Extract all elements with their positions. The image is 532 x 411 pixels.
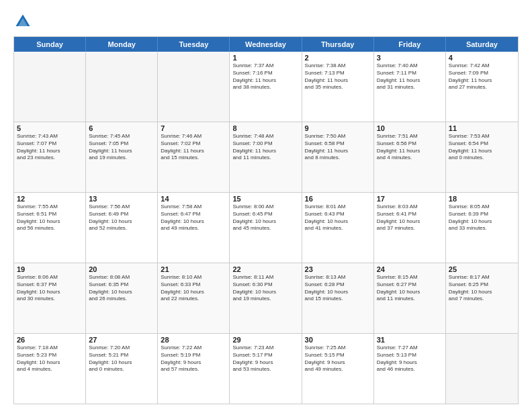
logo-icon xyxy=(13,12,32,31)
calendar-row-0: 1Sunrise: 7:37 AM Sunset: 7:16 PM Daylig… xyxy=(14,52,518,122)
calendar-cell-4-4: 30Sunrise: 7:25 AM Sunset: 5:15 PM Dayli… xyxy=(302,334,374,404)
header xyxy=(13,12,519,31)
header-cell-saturday: Saturday xyxy=(446,37,518,52)
day-info: Sunrise: 7:27 AM Sunset: 5:13 PM Dayligh… xyxy=(377,345,443,373)
calendar-cell-3-4: 23Sunrise: 8:13 AM Sunset: 6:28 PM Dayli… xyxy=(302,263,374,333)
calendar-cell-2-6: 18Sunrise: 8:05 AM Sunset: 6:39 PM Dayli… xyxy=(446,193,518,263)
day-info: Sunrise: 7:37 AM Sunset: 7:16 PM Dayligh… xyxy=(232,62,298,91)
calendar-cell-2-3: 15Sunrise: 8:00 AM Sunset: 6:45 PM Dayli… xyxy=(230,193,302,263)
calendar-cell-4-3: 29Sunrise: 7:23 AM Sunset: 5:17 PM Dayli… xyxy=(230,334,302,404)
calendar-cell-1-1: 6Sunrise: 7:45 AM Sunset: 7:05 PM Daylig… xyxy=(86,122,158,192)
header-cell-monday: Monday xyxy=(86,37,158,52)
calendar-cell-2-4: 16Sunrise: 8:01 AM Sunset: 6:43 PM Dayli… xyxy=(302,193,374,263)
day-info: Sunrise: 7:42 AM Sunset: 7:09 PM Dayligh… xyxy=(449,62,515,91)
page: SundayMondayTuesdayWednesdayThursdayFrid… xyxy=(0,0,532,411)
day-number: 21 xyxy=(161,265,226,273)
day-number: 12 xyxy=(17,195,83,203)
day-number: 3 xyxy=(377,54,443,62)
day-number: 2 xyxy=(305,54,371,62)
calendar-cell-1-4: 9Sunrise: 7:50 AM Sunset: 6:58 PM Daylig… xyxy=(302,122,374,192)
day-info: Sunrise: 7:43 AM Sunset: 7:07 PM Dayligh… xyxy=(17,133,83,162)
header-cell-thursday: Thursday xyxy=(302,37,374,52)
calendar-cell-4-2: 28Sunrise: 7:22 AM Sunset: 5:19 PM Dayli… xyxy=(158,334,230,404)
day-info: Sunrise: 7:56 AM Sunset: 6:49 PM Dayligh… xyxy=(89,203,154,232)
calendar-cell-1-3: 8Sunrise: 7:48 AM Sunset: 7:00 PM Daylig… xyxy=(230,122,302,192)
calendar-cell-1-0: 5Sunrise: 7:43 AM Sunset: 7:07 PM Daylig… xyxy=(14,122,86,192)
calendar-row-2: 12Sunrise: 7:55 AM Sunset: 6:51 PM Dayli… xyxy=(14,192,518,263)
calendar-cell-4-6 xyxy=(446,334,518,404)
day-number: 7 xyxy=(161,124,226,132)
calendar-cell-0-0 xyxy=(14,52,86,122)
logo xyxy=(13,12,35,31)
day-number: 4 xyxy=(449,54,515,62)
calendar-row-4: 26Sunrise: 7:18 AM Sunset: 5:23 PM Dayli… xyxy=(14,333,518,404)
day-info: Sunrise: 7:51 AM Sunset: 6:56 PM Dayligh… xyxy=(377,133,443,162)
day-number: 19 xyxy=(17,265,83,273)
calendar-cell-4-1: 27Sunrise: 7:20 AM Sunset: 5:21 PM Dayli… xyxy=(86,334,158,404)
calendar-cell-1-2: 7Sunrise: 7:46 AM Sunset: 7:02 PM Daylig… xyxy=(158,122,230,192)
day-info: Sunrise: 8:10 AM Sunset: 6:33 PM Dayligh… xyxy=(161,274,226,303)
day-number: 16 xyxy=(305,195,371,203)
day-number: 17 xyxy=(377,195,443,203)
day-number: 5 xyxy=(17,124,83,132)
calendar-cell-1-6: 11Sunrise: 7:53 AM Sunset: 6:54 PM Dayli… xyxy=(446,122,518,192)
day-number: 18 xyxy=(449,195,515,203)
calendar-cell-0-1 xyxy=(86,52,158,122)
calendar-body: 1Sunrise: 7:37 AM Sunset: 7:16 PM Daylig… xyxy=(14,52,518,404)
day-info: Sunrise: 8:00 AM Sunset: 6:45 PM Dayligh… xyxy=(232,203,298,232)
calendar-cell-0-2 xyxy=(158,52,230,122)
calendar-cell-1-5: 10Sunrise: 7:51 AM Sunset: 6:56 PM Dayli… xyxy=(374,122,446,192)
day-info: Sunrise: 8:13 AM Sunset: 6:28 PM Dayligh… xyxy=(305,274,371,303)
calendar-cell-0-4: 2Sunrise: 7:38 AM Sunset: 7:13 PM Daylig… xyxy=(302,52,374,122)
calendar-cell-3-3: 22Sunrise: 8:11 AM Sunset: 6:30 PM Dayli… xyxy=(230,263,302,333)
day-number: 22 xyxy=(232,265,298,273)
day-info: Sunrise: 8:06 AM Sunset: 6:37 PM Dayligh… xyxy=(17,274,83,303)
header-cell-friday: Friday xyxy=(374,37,446,52)
day-number: 14 xyxy=(161,195,226,203)
day-info: Sunrise: 7:50 AM Sunset: 6:58 PM Dayligh… xyxy=(305,133,371,162)
day-info: Sunrise: 7:46 AM Sunset: 7:02 PM Dayligh… xyxy=(161,133,226,162)
calendar-cell-2-0: 12Sunrise: 7:55 AM Sunset: 6:51 PM Dayli… xyxy=(14,193,86,263)
day-info: Sunrise: 7:20 AM Sunset: 5:21 PM Dayligh… xyxy=(89,345,154,373)
day-number: 6 xyxy=(89,124,154,132)
day-number: 25 xyxy=(449,265,515,273)
day-number: 15 xyxy=(232,195,298,203)
day-number: 11 xyxy=(449,124,515,132)
day-info: Sunrise: 7:55 AM Sunset: 6:51 PM Dayligh… xyxy=(17,203,83,232)
day-info: Sunrise: 8:08 AM Sunset: 6:35 PM Dayligh… xyxy=(89,274,154,303)
day-number: 28 xyxy=(161,336,226,344)
calendar-cell-4-0: 26Sunrise: 7:18 AM Sunset: 5:23 PM Dayli… xyxy=(14,334,86,404)
header-cell-sunday: Sunday xyxy=(14,37,86,52)
calendar-cell-2-2: 14Sunrise: 7:58 AM Sunset: 6:47 PM Dayli… xyxy=(158,193,230,263)
day-info: Sunrise: 7:48 AM Sunset: 7:00 PM Dayligh… xyxy=(232,133,298,162)
day-info: Sunrise: 7:38 AM Sunset: 7:13 PM Dayligh… xyxy=(305,62,371,91)
calendar-row-3: 19Sunrise: 8:06 AM Sunset: 6:37 PM Dayli… xyxy=(14,263,518,333)
day-info: Sunrise: 7:58 AM Sunset: 6:47 PM Dayligh… xyxy=(161,203,226,232)
day-info: Sunrise: 7:18 AM Sunset: 5:23 PM Dayligh… xyxy=(17,345,83,373)
day-info: Sunrise: 8:17 AM Sunset: 6:25 PM Dayligh… xyxy=(449,274,515,303)
day-number: 27 xyxy=(89,336,154,344)
day-info: Sunrise: 7:53 AM Sunset: 6:54 PM Dayligh… xyxy=(449,133,515,162)
day-info: Sunrise: 8:05 AM Sunset: 6:39 PM Dayligh… xyxy=(449,203,515,232)
calendar-cell-0-3: 1Sunrise: 7:37 AM Sunset: 7:16 PM Daylig… xyxy=(230,52,302,122)
day-info: Sunrise: 7:40 AM Sunset: 7:11 PM Dayligh… xyxy=(377,62,443,91)
calendar-cell-0-6: 4Sunrise: 7:42 AM Sunset: 7:09 PM Daylig… xyxy=(446,52,518,122)
calendar-cell-3-5: 24Sunrise: 8:15 AM Sunset: 6:27 PM Dayli… xyxy=(374,263,446,333)
calendar-cell-3-1: 20Sunrise: 8:08 AM Sunset: 6:35 PM Dayli… xyxy=(86,263,158,333)
day-number: 29 xyxy=(232,336,298,344)
day-number: 10 xyxy=(377,124,443,132)
calendar-cell-4-5: 31Sunrise: 7:27 AM Sunset: 5:13 PM Dayli… xyxy=(374,334,446,404)
day-number: 24 xyxy=(377,265,443,273)
header-cell-tuesday: Tuesday xyxy=(158,37,230,52)
day-number: 8 xyxy=(232,124,298,132)
day-number: 1 xyxy=(232,54,298,62)
day-number: 26 xyxy=(17,336,83,344)
day-number: 20 xyxy=(89,265,154,273)
day-info: Sunrise: 8:01 AM Sunset: 6:43 PM Dayligh… xyxy=(305,203,371,232)
day-number: 30 xyxy=(305,336,371,344)
calendar-cell-3-0: 19Sunrise: 8:06 AM Sunset: 6:37 PM Dayli… xyxy=(14,263,86,333)
calendar-row-1: 5Sunrise: 7:43 AM Sunset: 7:07 PM Daylig… xyxy=(14,122,518,192)
day-info: Sunrise: 7:45 AM Sunset: 7:05 PM Dayligh… xyxy=(89,133,154,162)
calendar-cell-2-5: 17Sunrise: 8:03 AM Sunset: 6:41 PM Dayli… xyxy=(374,193,446,263)
calendar-cell-3-2: 21Sunrise: 8:10 AM Sunset: 6:33 PM Dayli… xyxy=(158,263,230,333)
